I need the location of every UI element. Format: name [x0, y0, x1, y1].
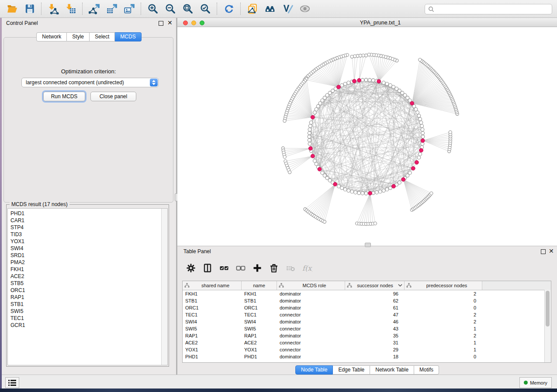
cell-predecessor-nodes: 1	[405, 346, 482, 353]
column-header-shared-name[interactable]: shared name	[183, 281, 242, 290]
mcds-result-list[interactable]: PHD1CAR1STP4TID3YOX1SWI4SRD1PMA2FKH1ACE2…	[7, 208, 168, 365]
tab-mcds[interactable]: MCDS	[115, 32, 141, 41]
tab-select[interactable]: Select	[90, 32, 115, 41]
export-table-icon	[106, 3, 118, 14]
network-graph-canvas[interactable]	[177, 27, 557, 246]
zoom-fit-button[interactable]	[179, 1, 197, 16]
vizmapper-button[interactable]	[279, 1, 296, 16]
cell-MCDS-role: connector	[277, 311, 345, 318]
column-header-name[interactable]: name	[242, 281, 277, 290]
table-row[interactable]: PHD1PHD1dominator180	[183, 353, 551, 360]
tab-edge-table[interactable]: Edge Table	[333, 365, 370, 375]
tab-network-table[interactable]: Network Table	[370, 365, 414, 375]
result-item[interactable]: PHD1	[10, 210, 167, 217]
table-row[interactable]: YOX1YOX1connector291	[183, 346, 551, 353]
zoom-out-button[interactable]	[162, 1, 179, 16]
table-row[interactable]: SWI4SWI4dominator462	[183, 318, 551, 325]
settings-button[interactable]	[183, 261, 199, 275]
close-panel-button[interactable]: Close panel	[90, 92, 136, 101]
zoom-selected-button[interactable]	[197, 1, 214, 16]
import-table-button[interactable]	[62, 1, 80, 16]
memory-button[interactable]: Memory	[519, 377, 552, 388]
import-network-button[interactable]	[45, 1, 62, 16]
cell-successor-nodes: 62	[345, 297, 405, 304]
tab-motifs[interactable]: Motifs	[414, 365, 439, 375]
table-row[interactable]: FKH1FKH1dominator962	[183, 290, 551, 297]
column-header-predecessor-nodes[interactable]: predecessor nodes	[405, 281, 482, 290]
column-header-MCDS-role[interactable]: MCDS role	[277, 281, 345, 290]
network-window-titlebar[interactable]: YPA_prune.txt_1	[177, 18, 557, 27]
network-view-window: YPA_prune.txt_1	[177, 18, 557, 246]
tab-style[interactable]: Style	[67, 32, 90, 41]
delete-column-icon	[269, 263, 279, 273]
result-item[interactable]: SWI5	[10, 308, 167, 315]
save-session-icon	[24, 3, 35, 14]
float-panel-icon[interactable]	[159, 21, 163, 26]
open-session-button[interactable]	[3, 1, 21, 16]
unselect-all-columns-icon	[235, 263, 246, 273]
table-scrollbar[interactable]	[544, 290, 551, 362]
network-search-box[interactable]	[425, 4, 552, 14]
result-item[interactable]: SRD1	[10, 252, 167, 259]
search-network-button[interactable]	[261, 1, 279, 16]
result-item[interactable]: STB1	[10, 301, 167, 308]
tab-node-table[interactable]: Node Table	[295, 365, 333, 375]
sort-desc-icon	[398, 284, 402, 287]
table-row[interactable]: TEC1TEC1connector472	[183, 311, 551, 318]
result-list-scrollbar[interactable]	[161, 209, 167, 365]
result-item[interactable]: FKH1	[10, 266, 167, 273]
table-row[interactable]: ACE2ACE2connector311	[183, 339, 551, 346]
minimize-window-light[interactable]	[191, 21, 196, 25]
tab-network[interactable]: Network	[36, 32, 67, 41]
export-image-button[interactable]	[121, 1, 138, 16]
delete-column-button[interactable]	[266, 261, 282, 275]
result-item[interactable]: YOX1	[10, 238, 167, 245]
cell-name: STB1	[242, 297, 277, 304]
result-item[interactable]: ACE2	[10, 273, 167, 280]
result-item[interactable]: CAR1	[10, 217, 167, 224]
result-item[interactable]: RAP1	[10, 294, 167, 301]
close-panel-icon[interactable]: ✕	[167, 19, 173, 26]
column-type-icon	[184, 283, 190, 288]
task-history-button[interactable]	[5, 377, 19, 388]
result-item[interactable]: TID3	[10, 231, 167, 238]
column-header-successor-nodes[interactable]: successor nodes	[345, 281, 405, 290]
result-item[interactable]: TEC1	[10, 315, 167, 322]
unselect-all-columns-button[interactable]	[232, 261, 249, 275]
close-window-light[interactable]	[183, 21, 188, 25]
table-row[interactable]: SWI5SWI5connector431	[183, 325, 551, 332]
cell-name: YOX1	[242, 346, 277, 353]
optimization-criterion-select[interactable]: largest connected component (undirected)	[21, 78, 159, 87]
select-all-columns-button[interactable]	[216, 261, 232, 275]
settings-icon	[186, 263, 196, 273]
cell-predecessor-nodes: 2	[405, 311, 482, 318]
export-network-button[interactable]	[86, 1, 103, 16]
table-splitter-handle[interactable]	[365, 243, 371, 247]
table-row[interactable]: RAP1RAP1dominator352	[183, 332, 551, 339]
desktop-wallpaper-bottom	[0, 389, 557, 392]
result-item[interactable]: PMA2	[10, 259, 167, 266]
optimization-criterion-label: Optimization criterion:	[4, 68, 173, 75]
save-session-button[interactable]	[21, 1, 38, 16]
control-panel-title: Control Panel	[6, 20, 38, 26]
run-mcds-button[interactable]: Run MCDS	[43, 92, 85, 101]
search-input[interactable]	[436, 5, 552, 14]
copy-network-button[interactable]	[244, 1, 261, 16]
cell-shared-name: YOX1	[183, 346, 242, 353]
add-column-button[interactable]	[249, 261, 266, 275]
float-table-panel-icon[interactable]	[541, 249, 546, 254]
result-item[interactable]: ORC1	[10, 287, 167, 294]
table-row[interactable]: ORC1ORC1dominator610	[183, 304, 551, 311]
table-scrollbar-thumb[interactable]	[546, 291, 550, 327]
result-item[interactable]: STP4	[10, 224, 167, 231]
result-item[interactable]: SWI4	[10, 245, 167, 252]
refresh-layout-button[interactable]	[220, 1, 238, 16]
zoom-in-button[interactable]	[144, 1, 162, 16]
result-item[interactable]: STB5	[10, 280, 167, 287]
table-row[interactable]: STB1STB1dominator620	[183, 297, 551, 304]
show-columns-button[interactable]	[199, 261, 216, 275]
result-item[interactable]: GCR1	[10, 322, 167, 329]
export-table-button[interactable]	[103, 1, 121, 16]
close-table-panel-icon[interactable]: ✕	[549, 248, 554, 254]
show-hide-details-button[interactable]	[296, 1, 314, 16]
